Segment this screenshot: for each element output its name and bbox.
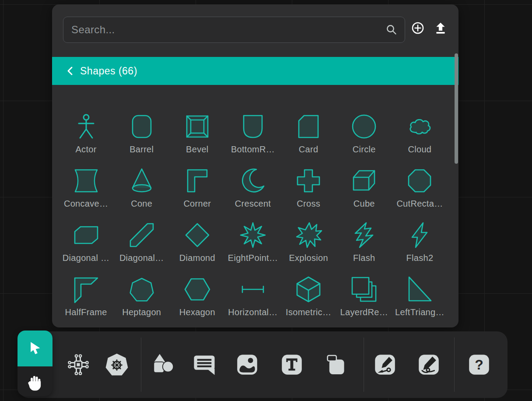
card-shape-icon [294,112,323,141]
shape-item[interactable]: Actor [58,112,114,154]
shape-label: Cross [297,199,320,208]
shape-item[interactable]: Cloud [392,112,448,154]
freehand-draw-tool[interactable] [417,353,441,376]
image-icon [235,353,259,376]
toolbar-divider [364,338,364,392]
shape-item[interactable]: Cone [114,166,169,208]
scrollbar-thumb[interactable] [455,53,458,164]
search-box [63,17,405,43]
shape-label: Diagonal … [63,253,110,263]
comment-icon [192,352,217,377]
pan-tool[interactable] [18,366,52,396]
network-diagram-tool[interactable] [66,352,91,377]
shape-label: Barrel [130,144,154,154]
comment-tool[interactable] [192,352,217,377]
shape-item[interactable]: Card [281,112,336,154]
horizontal-line-shape-icon [238,275,267,304]
shape-item[interactable]: Bevel [169,112,225,154]
eight-point-star-shape-icon [238,221,267,250]
sticky-note-icon [324,353,348,376]
pointer-tool-group [18,331,52,396]
shapes-category-header[interactable]: Shapes (66) [52,57,458,85]
kubernetes-tool[interactable] [104,352,130,377]
network-icon [66,352,91,377]
flash-shape-icon [350,221,378,250]
cursor-icon [25,338,45,359]
shape-item[interactable]: Diamond [169,221,225,263]
crescent-shape-icon [238,166,267,195]
shape-item[interactable]: Crescent [225,166,280,208]
shape-item[interactable]: Hexagon [169,275,225,317]
shape-label: Cloud [408,144,432,154]
drawing-canvas[interactable]: Shapes (66) ActorBarrelBevelBottomR…Card… [0,0,532,401]
shape-label: Crescent [235,199,271,208]
shape-label: Corner [183,199,211,208]
shape-label: LeftTriang… [395,307,444,317]
bevel-shape-icon [183,112,212,141]
shape-item[interactable]: Cube [336,166,392,208]
image-tool[interactable] [235,353,259,376]
diagonal-stripe-shape-icon [127,221,156,250]
shape-item[interactable]: Flash [336,221,392,263]
shape-item[interactable]: Circle [336,112,392,154]
shape-item[interactable]: LeftTriang… [392,275,448,317]
cloud-shape-icon [405,112,434,141]
shape-item[interactable]: Barrel [114,112,169,154]
shape-item[interactable]: EightPoint… [225,221,280,263]
shape-item[interactable]: LayerdRe… [336,275,392,317]
cross-shape-icon [294,166,323,195]
shape-item[interactable]: BottomR… [225,112,280,154]
shapes-header-title: Shapes (66) [80,65,137,77]
chevron-left-icon [66,66,74,76]
shape-label: LayerdRe… [340,307,388,317]
text-icon [280,353,304,376]
shape-item[interactable]: Explosion [281,221,336,263]
shape-item[interactable]: Cross [281,166,336,208]
search-row [52,4,458,57]
circle-shape-icon [350,112,378,141]
shape-label: BottomR… [231,144,275,154]
shape-item[interactable]: Horizontal… [225,275,280,317]
shape-label: Diagonal… [119,253,164,263]
search-input[interactable] [63,17,385,42]
shape-item[interactable]: Concave… [58,166,114,208]
hexagon-shape-icon [183,275,212,304]
upload-button[interactable] [434,21,447,35]
pen-connector-icon [373,353,397,376]
select-tool[interactable] [18,331,52,366]
shape-label: Explosion [289,253,328,263]
shape-item[interactable]: Diagonal… [114,221,169,263]
shape-label: Cone [131,199,152,208]
shape-label: Flash2 [406,253,434,263]
help-button[interactable]: ? [467,353,491,376]
shape-label: Isometric… [286,307,331,317]
shape-item[interactable]: Flash2 [392,221,448,263]
layered-rect-shape-icon [350,275,378,304]
pencil-draw-icon [417,353,441,376]
search-icon [385,24,398,36]
shape-item[interactable]: CutRecta… [392,166,448,208]
add-shape-button[interactable] [411,21,424,35]
shape-item[interactable]: Diagonal … [58,221,114,263]
shape-item[interactable]: Heptagon [114,275,169,317]
shape-label: Flash [353,253,375,263]
half-frame-shape-icon [72,275,101,304]
shape-item[interactable]: Corner [169,166,225,208]
bottom-toolbar: ? [18,331,508,398]
shape-item[interactable]: Isometric… [281,275,336,317]
left-triangle-shape-icon [405,275,434,304]
explosion-shape-icon [294,221,323,250]
toolbar-divider [141,338,141,392]
cone-shape-icon [127,166,156,195]
cube-shape-icon [350,166,378,195]
sticky-note-tool[interactable] [324,353,348,376]
shapes-tool[interactable] [151,352,176,377]
text-tool[interactable] [280,353,304,376]
shape-item[interactable]: HalfFrame [58,275,114,317]
connector-pen-tool[interactable] [373,353,397,376]
svg-text:?: ? [475,357,483,373]
shape-label: Bevel [186,144,209,154]
shape-label: Circle [353,144,376,154]
flash2-shape-icon [405,221,434,250]
shape-grid: ActorBarrelBevelBottomR…CardCircleCloudC… [58,90,448,317]
